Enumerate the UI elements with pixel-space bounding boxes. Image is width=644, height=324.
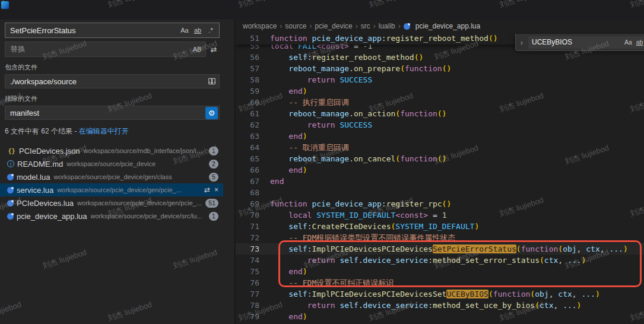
- code-line[interactable]: 63 end): [236, 131, 644, 142]
- code-text: return self.device_service:method_set_er…: [270, 255, 586, 266]
- breadcrumb-item[interactable]: source: [285, 22, 306, 30]
- find-query[interactable]: UCEByBIOS: [532, 37, 623, 48]
- code-line[interactable]: 75 end): [236, 266, 644, 277]
- code-line[interactable]: 61 reboot_manage.on_action(function(): [236, 108, 644, 119]
- search-result-row[interactable]: {}PCIeDevices.jsonworkspace/source/mdb_i…: [0, 144, 223, 157]
- result-count-badge: 51: [205, 199, 218, 208]
- breadcrumb-separator-icon: ›: [373, 22, 376, 30]
- breadcrumb-file[interactable]: pcie_device_app.lua: [404, 22, 480, 30]
- code-line[interactable]: 77 self:ImplPCIeDevicesPCIeDevicesSetUCE…: [236, 288, 644, 300]
- include-value[interactable]: ./workspace/source: [10, 77, 207, 86]
- code-line[interactable]: 74 return self.device_service:method_set…: [236, 255, 644, 266]
- code-text: self:register_reboot_method(): [270, 52, 423, 63]
- search-result-row[interactable]: service.luaworkspace/source/pcie_device/…: [0, 183, 223, 196]
- breadcrumb-item[interactable]: src: [361, 22, 370, 30]
- code-text: end): [270, 266, 307, 277]
- exclude-input-box[interactable]: manifest ⚙: [5, 106, 220, 120]
- search-query[interactable]: SetPcieErrorStatus: [10, 26, 179, 35]
- breadcrumb-item[interactable]: workspace: [243, 22, 277, 30]
- search-sidebar: SetPcieErrorStatus Aa ab .* 替换 AB ⇄ ⋯ 包含…: [0, 20, 235, 324]
- code-line[interactable]: 71 self:CreatePCIeDevices(SYSTEM_ID_DEFA…: [236, 221, 644, 232]
- code-line[interactable]: 59 end): [236, 85, 644, 97]
- code-line[interactable]: 78 return self.device_service:method_set…: [236, 300, 644, 311]
- code-line[interactable]: 79 end): [236, 311, 644, 322]
- find-widget[interactable]: › UCEByBIOS Aa ab .*: [515, 34, 644, 51]
- code-line[interactable]: 60 -- 执行重启回调: [236, 97, 644, 108]
- search-result-row[interactable]: iREADME.mdworkspace/source/pcie_device2: [0, 157, 223, 170]
- line-number: 67: [236, 176, 270, 187]
- code-line[interactable]: 56 self:register_reboot_method(): [236, 52, 644, 63]
- editor: workspace›source›pcie_device›src›lualib›…: [236, 20, 644, 324]
- find-whole-word-icon[interactable]: ab: [634, 37, 644, 48]
- code-line[interactable]: 70 local SYSTEM_ID_DEFAULT<const> = 1: [236, 209, 644, 221]
- whole-word-icon[interactable]: ab: [192, 24, 204, 36]
- exclude-settings-gear-icon[interactable]: ⚙: [205, 107, 218, 119]
- code-line[interactable]: 67end: [236, 176, 644, 187]
- search-result-row[interactable]: PCIeDevices.luaworkspace/source/pcie_dev…: [0, 196, 223, 209]
- code-text: self:ImplPCIeDevicesPCIeDevicesSetUCEByB…: [270, 288, 600, 300]
- json-file-icon: {}: [7, 148, 16, 154]
- code-line[interactable]: 64 -- 取消重启回调: [236, 142, 644, 153]
- include-label: 包含的文件: [5, 63, 234, 72]
- exclude-value[interactable]: manifest: [10, 109, 205, 117]
- replace-all-icon[interactable]: ⇄: [208, 43, 220, 55]
- result-file-name: model.lua: [17, 173, 50, 182]
- results-summary: 6 文件中有 62 个结果 - 在编辑器中打开: [5, 126, 234, 136]
- line-number: 75: [236, 266, 270, 277]
- search-result-row[interactable]: pcie_device_app.luaworkspace/source/pcie…: [0, 209, 223, 223]
- breadcrumb-file-name: pcie_device_app.lua: [415, 22, 480, 30]
- lua-file-icon: [7, 187, 14, 193]
- code-line[interactable]: 58 return SUCCESS: [236, 74, 644, 85]
- code-line[interactable]: 76 -- FDM设置不可纠正错误标识: [236, 277, 644, 288]
- search-input-box[interactable]: SetPcieErrorStatus Aa ab .*: [5, 23, 220, 38]
- code-line[interactable]: 73 self:ImplPCIeDevicesPCIeDevicesSetPci…: [236, 243, 644, 255]
- preserve-case-icon[interactable]: AB: [191, 43, 203, 55]
- replace-placeholder[interactable]: 替换: [10, 44, 191, 55]
- code-text: return self.device_service:method_set_uc…: [270, 300, 581, 311]
- open-in-editor-link[interactable]: 在编辑器中打开: [79, 127, 129, 135]
- search-result-row[interactable]: model.luaworkspace/source/pcie_device/ge…: [0, 170, 223, 183]
- line-number: 59: [236, 85, 270, 97]
- search-results-list: {}PCIeDevices.jsonworkspace/source/mdb_i…: [0, 144, 223, 223]
- code-text: return SUCCESS: [270, 74, 372, 85]
- breadcrumb-item[interactable]: pcie_device: [315, 22, 352, 30]
- dismiss-result-icon[interactable]: ×: [214, 186, 218, 194]
- line-number: 71: [236, 221, 270, 232]
- toggle-replace-chevron-icon[interactable]: ›: [518, 37, 525, 48]
- result-file-name: PCIeDevices.json: [19, 147, 80, 155]
- code-line[interactable]: 68: [236, 187, 644, 198]
- sticky-code-text: function pcie_device_app:register_reboot…: [270, 33, 498, 45]
- regex-icon[interactable]: .*: [205, 24, 217, 36]
- find-match-case-icon[interactable]: Aa: [623, 37, 634, 48]
- breadcrumb[interactable]: workspace›source›pcie_device›src›lualib›…: [236, 20, 644, 33]
- result-row-actions: ⇄×: [204, 186, 218, 194]
- match-case-icon[interactable]: Aa: [179, 24, 191, 36]
- breadcrumb-item[interactable]: lualib: [379, 22, 395, 30]
- code-line[interactable]: 62 return SUCCESS: [236, 119, 644, 131]
- result-file-path: workspace/source/pcie_device/gen/class: [53, 173, 205, 180]
- toggle-search-details-icon[interactable]: ⋯: [208, 79, 217, 85]
- info-file-icon: i: [7, 160, 14, 167]
- result-file-name: README.md: [17, 160, 63, 169]
- breadcrumb-separator-icon: ›: [309, 22, 312, 30]
- replace-all-in-file-icon[interactable]: ⇄: [204, 186, 210, 194]
- code-line[interactable]: 66 end): [236, 164, 644, 176]
- code-text: -- 执行重启回调: [270, 97, 349, 108]
- code-line[interactable]: 57 reboot_manage.on_prepare(function(): [236, 63, 644, 74]
- result-file-path: workspace/source/mdb_interface/json/in..…: [84, 147, 205, 154]
- title-bar: [0, 0, 644, 20]
- code-line[interactable]: 69function pcie_device_app:register_rpc(…: [236, 198, 644, 209]
- line-number: 66: [236, 164, 270, 176]
- code-area[interactable]: 55local FAIL<const> = -156 self:register…: [236, 33, 644, 324]
- lua-file-icon: [7, 213, 14, 220]
- code-line[interactable]: 65 reboot_manage.on_cancel(function(): [236, 153, 644, 164]
- line-number: 77: [236, 288, 270, 300]
- code-text: return SUCCESS: [270, 119, 372, 131]
- code-text: local SYSTEM_ID_DEFAULT<const> = 1: [270, 209, 446, 221]
- code-line[interactable]: 72 -- FDM根据错误类型设置不同错误事件属性状态: [236, 232, 644, 243]
- include-input-box[interactable]: ./workspace/source: [5, 74, 220, 88]
- line-number: 74: [236, 255, 270, 266]
- replace-input-box[interactable]: 替换 AB: [5, 42, 206, 57]
- breadcrumb-separator-icon: ›: [398, 22, 401, 30]
- find-input[interactable]: UCEByBIOS Aa ab .*: [528, 36, 644, 49]
